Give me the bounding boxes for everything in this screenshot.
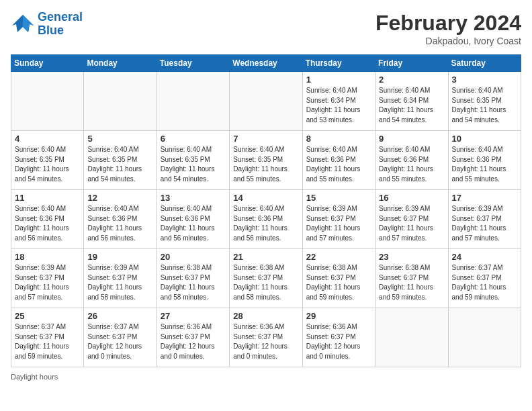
day-info: Sunrise: 6:38 AM Sunset: 6:37 PM Dayligh… (161, 263, 226, 302)
calendar-cell: 1Sunrise: 6:40 AM Sunset: 6:34 PM Daylig… (302, 72, 375, 131)
calendar-cell: 29Sunrise: 6:36 AM Sunset: 6:37 PM Dayli… (302, 308, 375, 367)
day-info: Sunrise: 6:40 AM Sunset: 6:34 PM Dayligh… (306, 86, 371, 125)
calendar-week-row: 25Sunrise: 6:37 AM Sunset: 6:37 PM Dayli… (11, 308, 521, 367)
calendar-cell: 12Sunrise: 6:40 AM Sunset: 6:36 PM Dayli… (84, 190, 157, 249)
day-number: 13 (161, 193, 226, 203)
day-number: 15 (306, 193, 371, 203)
calendar-cell (375, 308, 448, 367)
day-info: Sunrise: 6:40 AM Sunset: 6:34 PM Dayligh… (379, 86, 444, 125)
day-number: 9 (379, 134, 444, 144)
calendar-week-row: 4Sunrise: 6:40 AM Sunset: 6:35 PM Daylig… (11, 131, 521, 190)
calendar-cell: 21Sunrise: 6:38 AM Sunset: 6:37 PM Dayli… (230, 249, 302, 308)
day-number: 14 (233, 193, 298, 203)
day-header-monday: Monday (84, 55, 157, 72)
calendar-cell: 4Sunrise: 6:40 AM Sunset: 6:35 PM Daylig… (11, 131, 84, 190)
calendar-cell: 11Sunrise: 6:40 AM Sunset: 6:36 PM Dayli… (11, 190, 84, 249)
logo-bird-icon (11, 12, 35, 36)
day-info: Sunrise: 6:40 AM Sunset: 6:35 PM Dayligh… (15, 145, 80, 184)
day-info: Sunrise: 6:37 AM Sunset: 6:37 PM Dayligh… (87, 322, 152, 361)
day-info: Sunrise: 6:36 AM Sunset: 6:37 PM Dayligh… (233, 322, 298, 361)
calendar-cell: 19Sunrise: 6:39 AM Sunset: 6:37 PM Dayli… (84, 249, 157, 308)
calendar-cell: 15Sunrise: 6:39 AM Sunset: 6:37 PM Dayli… (302, 190, 375, 249)
day-info: Sunrise: 6:40 AM Sunset: 6:36 PM Dayligh… (306, 145, 371, 184)
day-number: 4 (15, 134, 80, 144)
calendar-cell: 22Sunrise: 6:38 AM Sunset: 6:37 PM Dayli… (302, 249, 375, 308)
calendar-week-row: 18Sunrise: 6:39 AM Sunset: 6:37 PM Dayli… (11, 249, 521, 308)
day-number: 23 (379, 252, 444, 262)
calendar-cell: 10Sunrise: 6:40 AM Sunset: 6:36 PM Dayli… (448, 131, 521, 190)
calendar-cell (448, 308, 521, 367)
day-header-tuesday: Tuesday (157, 55, 229, 72)
day-number: 20 (161, 252, 226, 262)
day-number: 7 (233, 134, 298, 144)
day-info: Sunrise: 6:40 AM Sunset: 6:35 PM Dayligh… (452, 86, 517, 125)
day-number: 21 (233, 252, 298, 262)
day-number: 12 (87, 193, 152, 203)
day-number: 11 (15, 193, 80, 203)
calendar-cell: 24Sunrise: 6:37 AM Sunset: 6:37 PM Dayli… (448, 249, 521, 308)
calendar-cell: 27Sunrise: 6:36 AM Sunset: 6:37 PM Dayli… (157, 308, 229, 367)
day-number: 3 (452, 75, 517, 85)
day-number: 10 (452, 134, 517, 144)
day-info: Sunrise: 6:39 AM Sunset: 6:37 PM Dayligh… (306, 204, 371, 243)
day-header-thursday: Thursday (302, 55, 375, 72)
day-header-sunday: Sunday (11, 55, 84, 72)
day-number: 6 (161, 134, 226, 144)
svg-marker-1 (23, 15, 34, 32)
day-number: 28 (233, 311, 298, 321)
daylight-hours-label: Daylight hours (11, 373, 58, 381)
calendar-cell: 23Sunrise: 6:38 AM Sunset: 6:37 PM Dayli… (375, 249, 448, 308)
logo-text: General Blue (38, 11, 83, 38)
day-number: 8 (306, 134, 371, 144)
day-info: Sunrise: 6:38 AM Sunset: 6:37 PM Dayligh… (233, 263, 298, 302)
logo: General Blue (11, 11, 83, 38)
day-number: 18 (15, 252, 80, 262)
calendar-cell: 13Sunrise: 6:40 AM Sunset: 6:36 PM Dayli… (157, 190, 229, 249)
calendar-header-row: SundayMondayTuesdayWednesdayThursdayFrid… (11, 55, 521, 72)
day-header-saturday: Saturday (448, 55, 521, 72)
calendar-cell: 7Sunrise: 6:40 AM Sunset: 6:35 PM Daylig… (230, 131, 302, 190)
calendar-cell: 5Sunrise: 6:40 AM Sunset: 6:35 PM Daylig… (84, 131, 157, 190)
day-info: Sunrise: 6:37 AM Sunset: 6:37 PM Dayligh… (15, 322, 80, 361)
calendar-cell: 28Sunrise: 6:36 AM Sunset: 6:37 PM Dayli… (230, 308, 302, 367)
day-info: Sunrise: 6:40 AM Sunset: 6:36 PM Dayligh… (87, 204, 152, 243)
calendar-cell (157, 72, 229, 131)
day-info: Sunrise: 6:40 AM Sunset: 6:36 PM Dayligh… (233, 204, 298, 243)
calendar-table: SundayMondayTuesdayWednesdayThursdayFrid… (11, 54, 521, 367)
calendar-week-row: 11Sunrise: 6:40 AM Sunset: 6:36 PM Dayli… (11, 190, 521, 249)
day-number: 2 (379, 75, 444, 85)
calendar-cell: 2Sunrise: 6:40 AM Sunset: 6:34 PM Daylig… (375, 72, 448, 131)
calendar-cell (84, 72, 157, 131)
location-subtitle: Dakpadou, Ivory Coast (375, 36, 521, 46)
day-info: Sunrise: 6:40 AM Sunset: 6:36 PM Dayligh… (161, 204, 226, 243)
day-info: Sunrise: 6:38 AM Sunset: 6:37 PM Dayligh… (379, 263, 444, 302)
calendar-week-row: 1Sunrise: 6:40 AM Sunset: 6:34 PM Daylig… (11, 72, 521, 131)
day-info: Sunrise: 6:40 AM Sunset: 6:35 PM Dayligh… (161, 145, 226, 184)
calendar-cell: 6Sunrise: 6:40 AM Sunset: 6:35 PM Daylig… (157, 131, 229, 190)
calendar-cell: 3Sunrise: 6:40 AM Sunset: 6:35 PM Daylig… (448, 72, 521, 131)
day-info: Sunrise: 6:40 AM Sunset: 6:36 PM Dayligh… (379, 145, 444, 184)
day-info: Sunrise: 6:40 AM Sunset: 6:36 PM Dayligh… (452, 145, 517, 184)
day-info: Sunrise: 6:36 AM Sunset: 6:37 PM Dayligh… (161, 322, 226, 361)
day-number: 16 (379, 193, 444, 203)
calendar-cell: 14Sunrise: 6:40 AM Sunset: 6:36 PM Dayli… (230, 190, 302, 249)
day-info: Sunrise: 6:40 AM Sunset: 6:36 PM Dayligh… (15, 204, 80, 243)
calendar-cell: 16Sunrise: 6:39 AM Sunset: 6:37 PM Dayli… (375, 190, 448, 249)
calendar-cell (11, 72, 84, 131)
day-info: Sunrise: 6:39 AM Sunset: 6:37 PM Dayligh… (452, 204, 517, 243)
day-number: 17 (452, 193, 517, 203)
day-number: 5 (87, 134, 152, 144)
calendar-cell: 9Sunrise: 6:40 AM Sunset: 6:36 PM Daylig… (375, 131, 448, 190)
day-info: Sunrise: 6:38 AM Sunset: 6:37 PM Dayligh… (306, 263, 371, 302)
day-number: 25 (15, 311, 80, 321)
calendar-body: 1Sunrise: 6:40 AM Sunset: 6:34 PM Daylig… (11, 72, 521, 367)
day-number: 22 (306, 252, 371, 262)
day-number: 27 (161, 311, 226, 321)
calendar-cell: 26Sunrise: 6:37 AM Sunset: 6:37 PM Dayli… (84, 308, 157, 367)
day-info: Sunrise: 6:39 AM Sunset: 6:37 PM Dayligh… (15, 263, 80, 302)
day-header-wednesday: Wednesday (230, 55, 302, 72)
day-info: Sunrise: 6:40 AM Sunset: 6:35 PM Dayligh… (233, 145, 298, 184)
day-info: Sunrise: 6:39 AM Sunset: 6:37 PM Dayligh… (87, 263, 152, 302)
calendar-cell: 20Sunrise: 6:38 AM Sunset: 6:37 PM Dayli… (157, 249, 229, 308)
day-number: 26 (87, 311, 152, 321)
